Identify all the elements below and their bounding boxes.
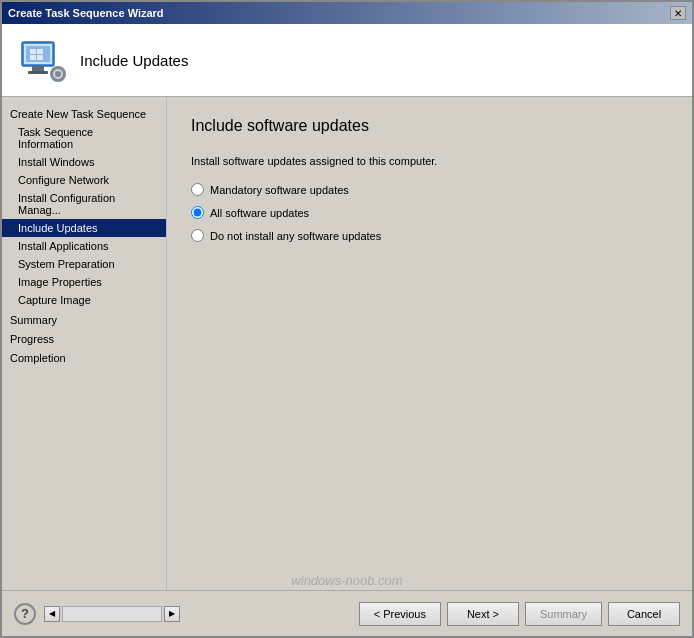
radio-group: Mandatory software updates All software … bbox=[191, 183, 668, 242]
footer-right: < Previous Next > Summary Cancel bbox=[359, 602, 680, 626]
sidebar-group-label: Create New Task Sequence bbox=[2, 105, 166, 123]
content-area: Include software updates Install softwar… bbox=[167, 97, 692, 590]
sidebar-item-configure-network[interactable]: Configure Network bbox=[2, 171, 166, 189]
previous-button[interactable]: < Previous bbox=[359, 602, 441, 626]
svg-rect-7 bbox=[30, 55, 36, 60]
footer-left: ? ◀ ▶ bbox=[14, 603, 180, 625]
scroll-left-button[interactable]: ◀ bbox=[44, 606, 60, 622]
wizard-header: Include Updates bbox=[2, 24, 692, 97]
radio-mandatory[interactable] bbox=[191, 183, 204, 196]
wizard-header-title: Include Updates bbox=[80, 52, 188, 69]
svg-rect-8 bbox=[37, 55, 43, 60]
scrollbar-area: ◀ ▶ bbox=[44, 606, 180, 622]
svg-rect-2 bbox=[32, 66, 44, 71]
title-bar-text: Create Task Sequence Wizard bbox=[8, 7, 164, 19]
radio-option-mandatory[interactable]: Mandatory software updates bbox=[191, 183, 668, 196]
svg-rect-5 bbox=[30, 49, 36, 54]
radio-all-label: All software updates bbox=[210, 207, 309, 219]
sidebar-section-summary: Summary bbox=[2, 309, 166, 328]
svg-point-11 bbox=[55, 71, 61, 77]
content-description: Install software updates assigned to thi… bbox=[191, 155, 668, 167]
radio-none-label: Do not install any software updates bbox=[210, 230, 381, 242]
radio-option-none[interactable]: Do not install any software updates bbox=[191, 229, 668, 242]
computer-icon bbox=[18, 36, 66, 84]
sidebar-item-install-windows[interactable]: Install Windows bbox=[2, 153, 166, 171]
svg-rect-3 bbox=[28, 71, 48, 74]
wizard-body: Create New Task Sequence Task Sequence I… bbox=[2, 97, 692, 590]
next-button[interactable]: Next > bbox=[447, 602, 519, 626]
sidebar-item-task-sequence-information[interactable]: Task Sequence Information bbox=[2, 123, 166, 153]
sidebar-section-progress: Progress bbox=[2, 328, 166, 347]
content-title: Include software updates bbox=[191, 117, 668, 135]
cancel-button[interactable]: Cancel bbox=[608, 602, 680, 626]
scroll-right-button[interactable]: ▶ bbox=[164, 606, 180, 622]
sidebar-item-install-configuration-manager[interactable]: Install Configuration Manag... bbox=[2, 189, 166, 219]
sidebar-item-image-properties[interactable]: Image Properties bbox=[2, 273, 166, 291]
radio-option-all[interactable]: All software updates bbox=[191, 206, 668, 219]
help-icon[interactable]: ? bbox=[14, 603, 36, 625]
svg-rect-6 bbox=[37, 49, 43, 54]
title-bar-label: Create Task Sequence Wizard bbox=[8, 7, 164, 19]
sidebar-section-completion: Completion bbox=[2, 347, 166, 366]
title-bar: Create Task Sequence Wizard ✕ bbox=[2, 2, 692, 24]
radio-mandatory-label: Mandatory software updates bbox=[210, 184, 349, 196]
wizard-window: Create Task Sequence Wizard ✕ Include Up… bbox=[0, 0, 694, 638]
radio-none[interactable] bbox=[191, 229, 204, 242]
radio-all[interactable] bbox=[191, 206, 204, 219]
scrollbar-track[interactable] bbox=[62, 606, 162, 622]
summary-button[interactable]: Summary bbox=[525, 602, 602, 626]
sidebar-item-include-updates[interactable]: Include Updates bbox=[2, 219, 166, 237]
sidebar: Create New Task Sequence Task Sequence I… bbox=[2, 97, 167, 590]
sidebar-item-system-preparation[interactable]: System Preparation bbox=[2, 255, 166, 273]
wizard-footer: ? ◀ ▶ < Previous Next > Summary Cancel bbox=[2, 590, 692, 636]
sidebar-item-capture-image[interactable]: Capture Image bbox=[2, 291, 166, 309]
close-button[interactable]: ✕ bbox=[670, 6, 686, 20]
sidebar-item-install-applications[interactable]: Install Applications bbox=[2, 237, 166, 255]
